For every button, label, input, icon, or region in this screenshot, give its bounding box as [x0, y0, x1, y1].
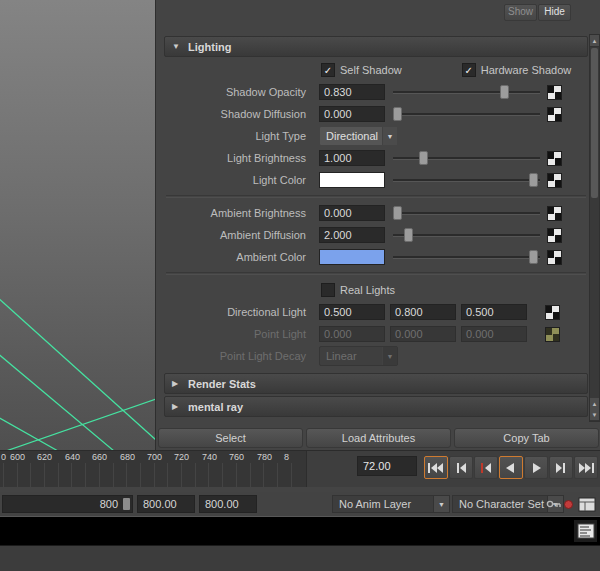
- copy-tab-button[interactable]: Copy Tab: [454, 428, 599, 448]
- shadow-diffusion-slider[interactable]: [393, 106, 540, 122]
- section-header-lighting[interactable]: ▼ Lighting: [164, 36, 588, 57]
- attribute-editor: Show Hide ▼ Lighting ✓ Self Shadow ✓ Har…: [155, 0, 600, 450]
- texture-map-checker-icon[interactable]: [547, 173, 562, 188]
- tick-label: 600: [10, 452, 25, 462]
- light-brightness-slider[interactable]: [393, 150, 540, 166]
- load-attributes-button[interactable]: Load Attributes: [306, 428, 451, 448]
- current-time-field[interactable]: 72.00: [357, 456, 417, 476]
- point-light-decay-dropdown[interactable]: Linear ▼: [319, 346, 398, 366]
- tick-label: 740: [202, 452, 217, 462]
- grid-icon: [578, 497, 596, 512]
- hardware-shadow-checkbox[interactable]: ✓: [462, 63, 476, 77]
- shadow-opacity-field[interactable]: 0.830: [319, 84, 385, 100]
- ambient-brightness-slider[interactable]: [393, 205, 540, 221]
- step-back-frame-button[interactable]: [449, 456, 473, 479]
- point-light-decay-value: Linear: [320, 347, 382, 365]
- slider-handle[interactable]: [419, 151, 428, 165]
- ambient-brightness-row: Ambient Brightness 0.000: [164, 202, 588, 224]
- playback-controls: [424, 456, 598, 479]
- point-light-z-field[interactable]: 0.000: [461, 326, 527, 342]
- slider-groove: [393, 91, 540, 94]
- auto-key-button[interactable]: [546, 497, 562, 511]
- scrollbar[interactable]: ▲ ▲ ▼: [589, 34, 600, 422]
- section-header-render-stats[interactable]: ▶ Render Stats: [164, 373, 588, 394]
- triangle-collapsed-icon: ▶: [172, 379, 181, 388]
- playback-range-field[interactable]: 800: [2, 495, 133, 513]
- range-slider-bar: 800 800.00 800.00 No Anim Layer ▼ No Cha…: [0, 492, 600, 516]
- texture-map-checker-icon[interactable]: [547, 85, 562, 100]
- go-to-end-button[interactable]: [574, 456, 598, 479]
- slider-handle[interactable]: [393, 206, 402, 220]
- slider-groove: [393, 212, 540, 215]
- slider-groove: [393, 179, 540, 182]
- ambient-color-slider[interactable]: [393, 249, 540, 265]
- select-button[interactable]: Select: [158, 428, 303, 448]
- shadow-diffusion-field[interactable]: 0.000: [319, 106, 385, 122]
- end-time-field[interactable]: 800.00: [137, 495, 195, 513]
- texture-map-checker-icon[interactable]: [547, 107, 562, 122]
- self-shadow-label: Self Shadow: [340, 64, 402, 76]
- point-light-decay-row: Point Light Decay Linear ▼: [164, 345, 588, 367]
- chevron-down-icon: ▼: [382, 347, 397, 365]
- texture-map-checker-icon[interactable]: [545, 327, 560, 342]
- play-backwards-button[interactable]: [499, 456, 523, 479]
- attribute-editor-buttons: Select Load Attributes Copy Tab: [158, 428, 599, 448]
- viewport[interactable]: [0, 0, 155, 450]
- step-forward-frame-button[interactable]: [549, 456, 573, 479]
- triangle-collapsed-icon: ▶: [172, 402, 181, 411]
- tick-label: 0: [1, 452, 6, 462]
- texture-map-checker-icon[interactable]: [545, 305, 560, 320]
- slider-handle[interactable]: [529, 173, 538, 187]
- point-light-y-field[interactable]: 0.000: [390, 326, 456, 342]
- script-editor-icon: [577, 523, 595, 539]
- hide-button[interactable]: Hide: [538, 4, 571, 21]
- light-color-slider[interactable]: [393, 172, 540, 188]
- step-back-key-button[interactable]: [474, 456, 498, 479]
- point-light-row: Point Light 0.000 0.000 0.000: [164, 323, 588, 345]
- point-light-decay-label: Point Light Decay: [164, 350, 314, 362]
- slider-handle[interactable]: [500, 85, 509, 99]
- scrollbar-thumb[interactable]: [591, 48, 598, 198]
- directional-light-x-field[interactable]: 0.500: [319, 304, 385, 320]
- texture-map-checker-icon[interactable]: [547, 250, 562, 265]
- timeline-ruler[interactable]: 0 600 620 640 660 680 700 720 740 760 78…: [0, 451, 307, 487]
- group-divider: [166, 195, 586, 198]
- play-forwards-button[interactable]: [524, 456, 548, 479]
- slider-handle[interactable]: [393, 107, 402, 121]
- real-lights-checkbox[interactable]: [321, 283, 335, 297]
- directional-light-z-field[interactable]: 0.500: [461, 304, 527, 320]
- light-type-dropdown[interactable]: Directional ▼: [319, 126, 398, 146]
- section-header-mental-ray[interactable]: ▶ mental ray: [164, 396, 588, 417]
- show-button[interactable]: Show: [504, 4, 537, 21]
- point-light-x-field[interactable]: 0.000: [319, 326, 385, 342]
- playback-end-field[interactable]: 800.00: [199, 495, 257, 513]
- self-shadow-checkbox[interactable]: ✓: [321, 63, 335, 77]
- scroll-up-icon[interactable]: ▲: [590, 35, 599, 47]
- group-divider: [166, 272, 586, 275]
- ambient-brightness-field[interactable]: 0.000: [319, 205, 385, 221]
- record-dot-icon[interactable]: [564, 500, 573, 509]
- anim-layer-dropdown[interactable]: No Anim Layer ▼: [332, 495, 450, 513]
- light-brightness-field[interactable]: 1.000: [319, 150, 385, 166]
- texture-map-checker-icon[interactable]: [547, 151, 562, 166]
- script-editor-button[interactable]: [574, 520, 597, 542]
- directional-light-y-field[interactable]: 0.800: [390, 304, 456, 320]
- go-to-start-button[interactable]: [424, 456, 448, 479]
- scroll-down-icon[interactable]: ▼: [590, 409, 599, 421]
- ambient-color-row: Ambient Color: [164, 246, 588, 268]
- real-lights-row: Real Lights: [164, 279, 588, 301]
- texture-map-checker-icon[interactable]: [547, 206, 562, 221]
- light-color-row: Light Color: [164, 169, 588, 191]
- command-line[interactable]: [0, 516, 600, 545]
- animation-preferences-button[interactable]: [576, 493, 598, 515]
- slider-handle[interactable]: [529, 250, 538, 264]
- light-color-swatch[interactable]: [319, 172, 385, 188]
- range-slider-handle[interactable]: [123, 498, 130, 510]
- slider-handle[interactable]: [404, 228, 413, 242]
- texture-map-checker-icon[interactable]: [547, 228, 562, 243]
- ambient-diffusion-slider[interactable]: [393, 227, 540, 243]
- step-forward-frame-icon: [553, 463, 569, 473]
- shadow-opacity-slider[interactable]: [393, 84, 540, 100]
- ambient-diffusion-field[interactable]: 2.000: [319, 227, 385, 243]
- ambient-color-swatch[interactable]: [319, 249, 385, 265]
